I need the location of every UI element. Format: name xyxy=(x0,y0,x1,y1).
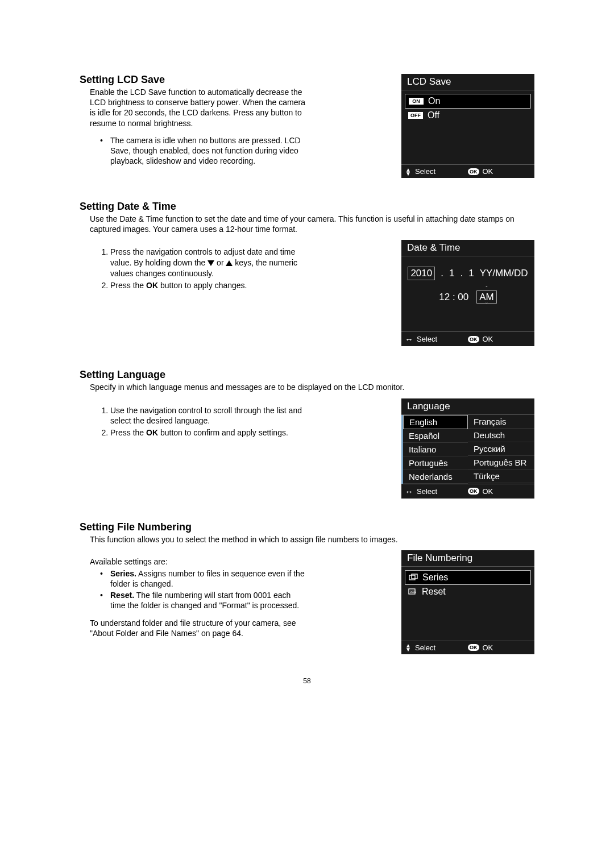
option-reset[interactable]: 0001 Reset xyxy=(405,585,531,599)
fn-bullet-reset: Reset. The file numbering will start fro… xyxy=(100,590,307,610)
caret-up-icon: ˆ xyxy=(486,286,487,292)
off-badge: OFF xyxy=(408,112,423,119)
option-on[interactable]: ON On xyxy=(405,94,531,109)
section-language: Setting Language Specify in which langua… xyxy=(80,369,534,498)
lang-step-1: Use the navigation control to scroll thr… xyxy=(110,405,307,427)
dt-step-1: Press the navigation controls to adjust … xyxy=(110,247,307,279)
fn-bullet-series: Series. Assigns number to files in seque… xyxy=(100,568,307,589)
lang-option[interactable]: Nederlands xyxy=(403,470,468,484)
caret-down-icon: ˇ xyxy=(486,302,487,309)
updown-icon: ▲▼ xyxy=(405,168,412,176)
dt-month[interactable]: 1 xyxy=(449,268,454,279)
date-time-heading: Setting Date & Time xyxy=(80,201,534,213)
lang-option[interactable]: Русский xyxy=(468,442,534,456)
dt-step-2: Press the OK button to apply changes. xyxy=(110,280,307,291)
reset-label: Reset xyxy=(422,587,446,597)
lang-option[interactable]: Italiano xyxy=(403,443,468,456)
ok-chip-icon: OK xyxy=(468,168,479,175)
lcd-save-panel: LCD Save ON On OFF Off ▲▼ Select OK xyxy=(401,74,534,178)
section-date-time: Setting Date & Time Use the Date & Time … xyxy=(80,201,534,346)
footer-ok: OK xyxy=(483,167,493,176)
lang-option[interactable]: Türkçe xyxy=(468,470,534,483)
page-number: 58 xyxy=(80,677,534,685)
file-numbering-desc: This function allows you to select the m… xyxy=(90,534,534,545)
up-triangle-icon xyxy=(226,260,233,266)
manual-page: LCD Save ON On OFF Off ▲▼ Select OK xyxy=(80,0,534,868)
down-triangle-icon xyxy=(208,260,214,266)
on-label: On xyxy=(428,96,440,106)
lcd-save-bullet: The camera is idle when no buttons are p… xyxy=(100,135,307,167)
lang-option[interactable]: Deutsch xyxy=(468,429,534,442)
section-file-numbering: Setting File Numbering This function all… xyxy=(80,521,534,654)
nav-arrows-icon: ↔ xyxy=(405,487,413,496)
updown-icon: ▲▼ xyxy=(405,643,412,651)
ok-chip-icon: OK xyxy=(468,336,479,343)
footer-select: Select xyxy=(417,335,437,343)
lcd-save-desc: Enable the LCD Save function to automati… xyxy=(90,87,307,128)
panel-title: File Numbering xyxy=(401,550,534,567)
footer-select: Select xyxy=(415,643,435,652)
lang-option[interactable]: Português xyxy=(403,456,468,470)
panel-title: LCD Save xyxy=(401,74,534,90)
dt-day[interactable]: 1 xyxy=(468,268,474,279)
language-panel: Language English Español Italiano Portug… xyxy=(401,398,534,499)
lang-option[interactable]: English xyxy=(403,415,468,429)
dt-time[interactable]: 12 : 00 xyxy=(439,292,468,303)
footer-select: Select xyxy=(417,487,437,496)
fn-followup: To understand folder and file structure … xyxy=(90,618,307,638)
svg-rect-0 xyxy=(409,575,415,580)
ok-chip-icon: OK xyxy=(468,644,479,651)
svg-text:0001: 0001 xyxy=(410,590,416,593)
date-time-desc: Use the Date & Time function to set the … xyxy=(90,214,534,234)
lang-option[interactable]: Português BR xyxy=(468,456,534,470)
footer-select: Select xyxy=(415,167,435,176)
option-series[interactable]: Series xyxy=(405,570,531,585)
date-time-panel: Date & Time 2010 . 1 . 1 YY/MM/DD 12 : 0… xyxy=(401,240,534,346)
lang-step-2: Press the OK button to confirm and apply… xyxy=(110,427,307,438)
footer-ok: OK xyxy=(483,335,493,343)
svg-rect-1 xyxy=(412,574,417,579)
lang-option[interactable]: Español xyxy=(403,429,468,443)
file-numbering-heading: Setting File Numbering xyxy=(80,521,534,533)
panel-title: Date & Time xyxy=(401,240,534,256)
dt-format[interactable]: YY/MM/DD xyxy=(480,268,528,279)
footer-ok: OK xyxy=(483,643,493,652)
panel-title: Language xyxy=(401,398,534,415)
section-lcd-save: LCD Save ON On OFF Off ▲▼ Select OK xyxy=(80,74,534,178)
option-off[interactable]: OFF Off xyxy=(405,109,531,122)
file-numbering-panel: File Numbering Series 0001 Reset ▲▼ xyxy=(401,550,534,654)
dt-ampm[interactable]: AM xyxy=(476,290,497,304)
footer-ok: OK xyxy=(483,487,493,496)
language-heading: Setting Language xyxy=(80,369,534,381)
dt-year[interactable]: 2010 xyxy=(408,267,435,280)
on-badge: ON xyxy=(409,98,424,105)
language-desc: Specify in which language menus and mess… xyxy=(90,382,534,392)
lcd-save-heading: Setting LCD Save xyxy=(80,74,307,86)
reset-icon: 0001 xyxy=(408,588,418,596)
fn-available: Available settings are: xyxy=(90,557,307,566)
nav-arrows-icon: ↔ xyxy=(405,334,413,344)
off-label: Off xyxy=(428,110,439,121)
lang-option[interactable]: Français xyxy=(468,415,534,429)
series-label: Series xyxy=(422,572,448,583)
ok-chip-icon: OK xyxy=(468,488,479,495)
series-icon xyxy=(409,574,418,582)
